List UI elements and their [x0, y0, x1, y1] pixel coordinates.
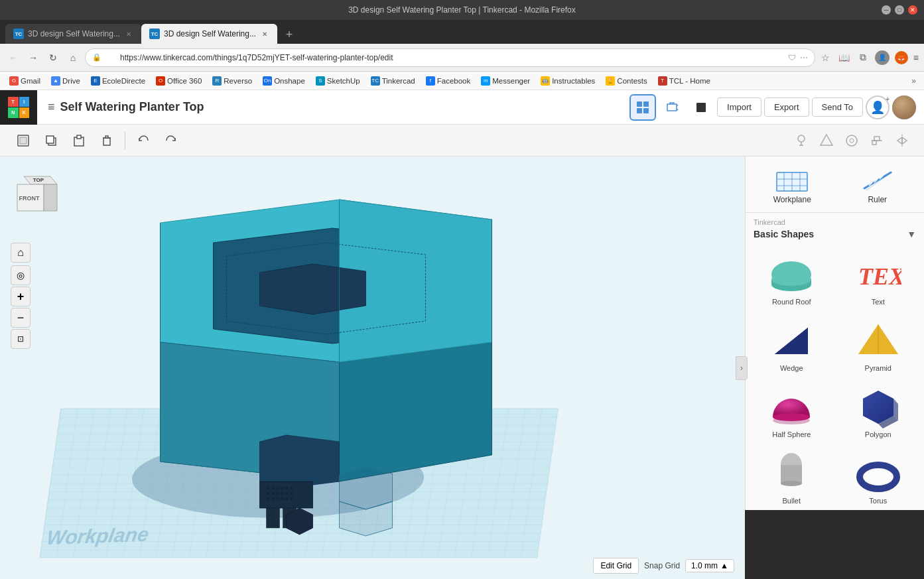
bookmark-drive[interactable]: ▲ Drive [47, 75, 84, 87]
split-view-icon[interactable]: ⧉ [856, 51, 870, 64]
svg-marker-40 [260, 435, 340, 488]
back-button[interactable]: ← [5, 50, 21, 66]
address-input[interactable]: 🔒 https://www.tinkercad.com/things/1q7D5… [85, 48, 815, 67]
mirror-tool-button[interactable] [891, 129, 913, 152]
send-to-button[interactable]: Send To [812, 97, 863, 117]
tab-close-2[interactable]: ✕ [260, 29, 269, 38]
gmail-favicon: G [9, 76, 19, 86]
redo-button[interactable] [159, 128, 184, 153]
refresh-button[interactable]: ↻ [45, 50, 61, 66]
bookmark-onshape[interactable]: On Onshape [259, 75, 309, 87]
shape-category-selector[interactable]: Basic Shapes ▼ [746, 227, 924, 245]
bookmark-ecoledirecte[interactable]: E EcoleDirecte [87, 75, 149, 87]
maximize-button[interactable]: □ [895, 5, 904, 15]
snap-grid-selector[interactable]: 1.0 mm ▲ [685, 559, 734, 572]
close-button[interactable]: ✕ [908, 5, 917, 15]
shape-item-round-roof[interactable]: Round Roof [748, 245, 835, 311]
svg-marker-84 [775, 328, 808, 354]
copy-button[interactable] [38, 128, 64, 153]
profile-icon[interactable]: 👤 [875, 50, 890, 65]
browser-menu-button[interactable]: ≡ [913, 52, 919, 63]
ruler-label: Ruler [868, 195, 887, 204]
browser-toolbar-icons: ☆ 📖 ⧉ 👤 🦊 ≡ [819, 50, 919, 65]
delete-icon [100, 134, 113, 147]
browser-tab-1[interactable]: TC 3D design Self Watering... ✕ [5, 24, 141, 44]
forward-button[interactable]: → [25, 50, 41, 66]
app-menu-button[interactable]: ≡ [48, 100, 55, 114]
export-button[interactable]: Export [764, 97, 809, 117]
bookmark-office360-label: Office 360 [167, 77, 202, 85]
bookmark-instructables[interactable]: 🤖 Instructables [537, 75, 599, 87]
svg-point-56 [267, 497, 270, 500]
edit-grid-button[interactable]: Edit Grid [593, 558, 639, 574]
svg-point-47 [281, 487, 284, 489]
bookmark-star-icon[interactable]: ☆ [819, 51, 832, 64]
wedge-preview [768, 318, 815, 364]
shape-item-half-sphere[interactable]: Half Sphere [748, 377, 835, 444]
bookmark-messenger[interactable]: m Messenger [477, 75, 534, 87]
align-tool-button[interactable] [866, 129, 888, 152]
sketchup-favicon: S [316, 76, 325, 86]
bookmark-tcl-home[interactable]: T TCL - Home [654, 75, 714, 87]
reading-list-icon[interactable]: 📖 [838, 51, 851, 64]
bullet-preview [768, 450, 815, 497]
bookmark-sketchup-label: SketchUp [327, 77, 360, 85]
right-panel: Workplane Ruler Tinkercad [745, 157, 924, 510]
bookmark-office360[interactable]: O Office 360 [152, 75, 206, 87]
circle-tool-button[interactable] [840, 129, 863, 152]
svg-point-89 [773, 413, 810, 421]
add-collaborator-button[interactable]: 👤+ [866, 96, 890, 119]
svg-point-10 [798, 135, 805, 142]
bookmark-messenger-label: Messenger [492, 77, 530, 85]
workplane-button[interactable]: Workplane [751, 162, 834, 210]
light-icon [794, 133, 809, 148]
light-tool-button[interactable] [790, 129, 813, 152]
user-avatar[interactable] [892, 96, 916, 119]
instructables-favicon: 🤖 [541, 76, 550, 86]
undo-button[interactable] [131, 128, 156, 153]
shape-name-pyramid: Pyramid [865, 364, 891, 372]
svg-point-45 [272, 487, 275, 489]
move-tool-button[interactable] [11, 128, 36, 153]
bookmark-gmail[interactable]: G Gmail [5, 75, 44, 87]
shape-item-pyramid[interactable]: Pyramid [835, 311, 922, 377]
shape-item-torus[interactable]: Torus [835, 444, 922, 510]
bookmark-facebook[interactable]: f Facebook [422, 75, 475, 87]
shape-item-text[interactable]: TEXT Text [835, 245, 922, 311]
grid-view-icon [637, 101, 649, 113]
svg-point-54 [286, 492, 289, 495]
bookmarks-more-button[interactable]: » [909, 75, 919, 87]
address-text: https://www.tinkercad.com/things/1q7D52m… [120, 53, 393, 62]
import-button[interactable]: Import [717, 97, 761, 117]
bookmark-reverso[interactable]: R Reverso [208, 75, 256, 87]
shape-name-wedge: Wedge [780, 364, 803, 372]
shape-item-wedge[interactable]: Wedge [748, 311, 835, 377]
new-tab-button[interactable]: + [280, 25, 298, 44]
ruler-button[interactable]: Ruler [836, 162, 919, 210]
bookmark-contests[interactable]: 🏆 Contests [602, 75, 651, 87]
home-button[interactable]: ⌂ [65, 50, 81, 66]
minimize-button[interactable]: ─ [882, 5, 891, 15]
logo-cell-k: K [19, 107, 30, 118]
delete-button[interactable] [94, 128, 119, 153]
shape-item-polygon[interactable]: Polygon [835, 377, 922, 444]
svg-rect-6 [46, 136, 54, 143]
tab-close-1[interactable]: ✕ [124, 29, 133, 38]
bookmark-tinkercad[interactable]: TC Tinkercad [367, 75, 419, 87]
bookmarks-bar: G Gmail ▲ Drive E EcoleDirecte O Office … [0, 72, 924, 90]
shape-name-half-sphere: Half Sphere [772, 430, 811, 438]
svg-rect-42 [267, 508, 280, 528]
shape-item-bullet[interactable]: Bullet [748, 444, 835, 510]
browser-tab-2[interactable]: TC 3D design Self Watering... ✕ [141, 24, 277, 44]
export-view-button[interactable] [688, 94, 714, 121]
panel-collapse-button[interactable]: › [736, 356, 748, 380]
shape-category-dropdown-icon[interactable]: ▼ [907, 229, 916, 239]
paste-button[interactable] [66, 128, 92, 153]
camera-view-button[interactable] [659, 94, 685, 121]
grid-view-button[interactable] [629, 94, 656, 121]
grid-cell-4 [643, 108, 649, 113]
bookmark-sketchup[interactable]: S SketchUp [312, 75, 364, 87]
viewport[interactable]: TOP FRONT ⌂ ◎ + − ⊡ [0, 157, 745, 579]
shape-tool-button[interactable] [815, 129, 838, 152]
shape-name-polygon: Polygon [865, 430, 891, 438]
